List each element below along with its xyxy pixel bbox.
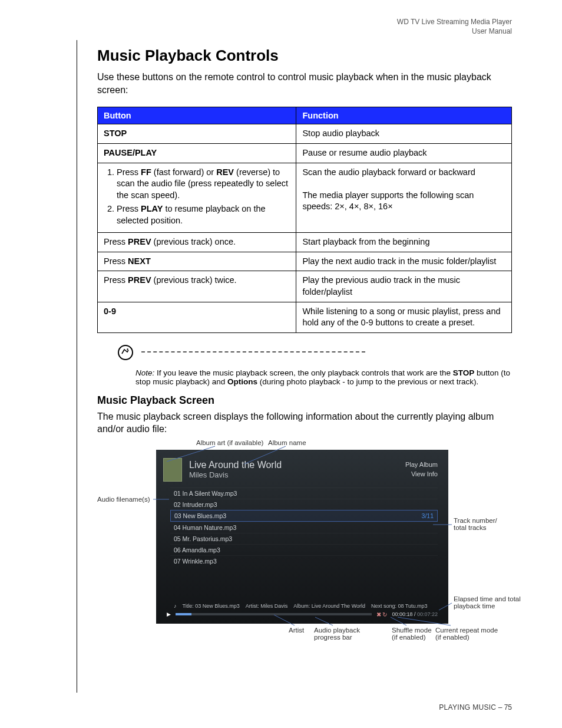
cell-function: Stop audio playback [296,124,512,144]
callout-elapsed: Elapsed time and total playback time [454,595,530,610]
table-row: Press NEXTPlay the next audio track in t… [98,252,512,271]
cell-button: Press FF (fast forward) or REV (reverse)… [98,163,296,233]
table-row: PAUSE/PLAYPause or resume audio playback [98,143,512,163]
cell-button: PAUSE/PLAY [98,143,296,163]
progress-bar [176,613,372,615]
callout-shuffle: Shuffle mode (if enabled) [392,627,432,641]
footer-section: PLAYING MUSIC [439,703,496,711]
section-heading: Music Playback Controls [97,47,512,65]
track-row: 05 Mr. Pastorius.mp3 [170,533,438,544]
meta-note-icon: ♪ [174,603,177,609]
subpara: The music playback screen displays the f… [97,410,512,436]
screenshot-diagram: Album art (if available) Album name Audi… [97,439,512,651]
callout-repeat: Current repeat mode (if enabled) [435,627,498,641]
meta-title: Title: 03 New Blues.mp3 [183,603,240,609]
cell-button: Press PREV (previous track) twice. [98,271,296,302]
track-row: 04 Human Nature.mp3 [170,522,438,533]
note-dashes [141,351,365,353]
cell-function: Scan the audio playback forward or backw… [296,163,512,233]
cell-button: 0-9 [98,302,296,332]
callout-artist: Artist [289,627,304,634]
time-elapsed: 00:00:18 [392,611,412,617]
time-display: 00:00:18 / 00:07:22 [392,611,438,617]
meta-artist: Artist: Miles Davis [246,603,288,609]
header-line-2: User Manual [77,27,512,37]
track-list: 01 In A Silent Way.mp302 Intruder.mp303 … [156,485,448,566]
track-row: 06 Amandla.mp3 [170,544,438,555]
album-art-thumb [163,458,182,482]
table-row: Press FF (fast forward) or REV (reverse)… [98,163,512,233]
cell-button: Press PREV (previous track) once. [98,233,296,252]
footer-page: 75 [504,703,512,711]
col-header-function: Function [296,107,512,124]
table-row: 0-9While listening to a song or music pl… [98,302,512,332]
cell-button: Press NEXT [98,252,296,271]
note-text: Note: If you leave the music playback sc… [135,368,512,386]
opt-view-info: View Info [405,470,438,479]
cell-function: While listening to a song or music playl… [296,302,512,332]
note-lead: Note: [135,368,154,377]
table-row: Press PREV (previous track) twice.Play t… [98,271,512,302]
play-icon: ▶ [167,611,171,617]
page-footer: PLAYING MUSIC – 75 [439,703,512,711]
track-row: 01 In A Silent Way.mp3 [170,487,438,499]
cell-function: Play the next audio track in the music f… [296,252,512,271]
intro-paragraph: Use these buttons on the remote control … [97,71,512,96]
callout-track-number: Track number/ total tracks [454,517,497,531]
table-row: STOPStop audio playback [98,124,512,144]
meta-next: Next song: 08 Tutu.mp3 [371,603,428,609]
header-line-1: WD TV Live Streaming Media Player [77,18,512,27]
controls-table: Button Function STOPStop audio playbackP… [97,107,512,332]
vertical-rule [77,40,77,693]
table-row: Press PREV (previous track) once.Start p… [98,233,512,252]
track-row: 07 Wrinkle.mp3 [170,555,438,566]
time-total: 00:07:22 [417,611,438,617]
footer-sep: – [496,703,504,711]
callout-audio-filenames: Audio filename(s) [97,496,153,503]
col-header-button: Button [98,107,296,124]
svg-point-0 [127,348,128,350]
opt-play-album: Play Album [405,460,438,469]
cell-function: Play the previous audio track in the mus… [296,271,512,302]
album-title: Live Around the World [189,460,405,470]
player-screenshot: Live Around the World Miles Davis Play A… [156,450,448,624]
doc-header: WD TV Live Streaming Media Player User M… [77,18,512,36]
callout-progress: Audio playback progress bar [314,627,360,641]
meta-album: Album: Live Around The World [293,603,365,609]
track-row: 03 New Blues.mp33/11 [170,510,438,522]
cell-function: Start playback from the beginning [296,233,512,252]
subheading: Music Playback Screen [97,394,512,407]
cell-button: STOP [98,124,296,144]
note-header [118,345,512,360]
note-icon [118,345,133,360]
album-artist: Miles Davis [189,470,405,479]
cell-function: Pause or resume audio playback [296,143,512,163]
track-row: 02 Intruder.mp3 [170,499,438,510]
callout-album-name: Album name [268,439,306,446]
shuffle-repeat-icons: ✖ ↻ [376,611,388,618]
callout-album-art: Album art (if available) [196,439,263,446]
